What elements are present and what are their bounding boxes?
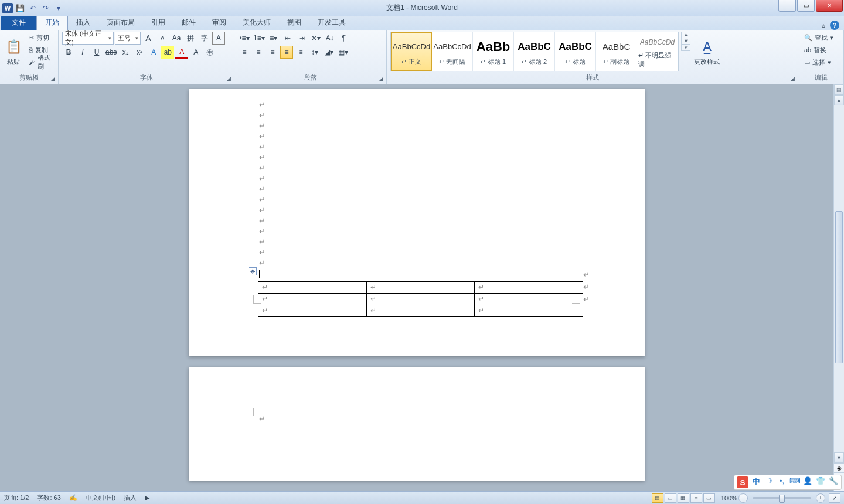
ime-lang-icon[interactable]: 中 bbox=[751, 476, 761, 488]
table-cell[interactable]: ↵ bbox=[475, 294, 583, 305]
char-border-button[interactable]: 字 bbox=[198, 32, 211, 45]
styles-launcher-icon[interactable]: ◢ bbox=[788, 74, 797, 83]
help-icon[interactable]: ? bbox=[830, 21, 839, 30]
minimize-button[interactable]: — bbox=[778, 0, 796, 12]
maximize-button[interactable]: ▭ bbox=[797, 0, 815, 12]
justify-button[interactable]: ≡ bbox=[280, 46, 293, 59]
paragraph-launcher-icon[interactable]: ◢ bbox=[377, 74, 385, 83]
highlight-button[interactable]: ab bbox=[161, 46, 174, 59]
tab-home[interactable]: 开始 bbox=[36, 15, 68, 30]
save-icon[interactable]: 💾 bbox=[14, 2, 26, 14]
table-cell[interactable]: ↵ bbox=[258, 294, 367, 305]
style-scroll-more-icon[interactable]: ▾ bbox=[682, 45, 690, 51]
zoom-out-button[interactable]: − bbox=[738, 493, 748, 503]
close-button[interactable]: ✕ bbox=[816, 0, 843, 12]
style-item[interactable]: AaBb↵ 标题 1 bbox=[473, 32, 514, 71]
zoom-fit-icon[interactable]: ⤢ bbox=[829, 493, 840, 503]
ime-toolbar[interactable]: S 中 ☽ •, ⌨ 👤 👕 🔧 bbox=[734, 475, 842, 490]
table-cell[interactable]: ↵ bbox=[258, 305, 367, 317]
table-cell[interactable]: ↵ bbox=[366, 305, 475, 317]
style-item[interactable]: AaBbCcDd↵ 不明显强调 bbox=[637, 32, 678, 71]
insert-mode[interactable]: 插入 bbox=[124, 493, 137, 502]
sort-button[interactable]: A↓ bbox=[324, 32, 336, 45]
style-item[interactable]: AaBbC↵ 标题 bbox=[555, 32, 596, 71]
style-item[interactable]: AaBbCcDd↵ 无间隔 bbox=[432, 32, 473, 71]
style-item[interactable]: AaBbC↵ 标题 2 bbox=[514, 32, 555, 71]
tab-developer[interactable]: 开发工具 bbox=[309, 15, 354, 30]
clipboard-launcher-icon[interactable]: ◢ bbox=[49, 74, 57, 83]
outline-view-icon[interactable]: ≡ bbox=[690, 493, 702, 503]
align-left-button[interactable]: ≡ bbox=[238, 46, 251, 59]
decrease-indent-button[interactable]: ⇤ bbox=[281, 32, 294, 45]
style-item[interactable]: AaBbCcDd↵ 正文 bbox=[391, 32, 432, 71]
web-view-icon[interactable]: ▦ bbox=[678, 493, 689, 503]
table-move-handle-icon[interactable]: ✥ bbox=[249, 267, 257, 275]
bullets-button[interactable]: •≡▾ bbox=[238, 32, 251, 45]
font-launcher-icon[interactable]: ◢ bbox=[224, 74, 233, 83]
char-shading-button[interactable]: A bbox=[212, 32, 225, 45]
tab-beautify[interactable]: 美化大师 bbox=[234, 15, 279, 30]
ime-softkb-icon[interactable]: ⌨ bbox=[789, 476, 800, 488]
borders-button[interactable]: ▦▾ bbox=[336, 46, 349, 59]
scroll-track[interactable] bbox=[834, 105, 844, 452]
proofing-icon[interactable]: ✍ bbox=[69, 494, 77, 502]
strikethrough-button[interactable]: abc bbox=[104, 46, 118, 59]
superscript-button[interactable]: x² bbox=[133, 46, 146, 59]
minimize-ribbon-icon[interactable]: ▵ bbox=[822, 21, 825, 29]
tab-view[interactable]: 视图 bbox=[279, 15, 309, 30]
char-shade-button[interactable]: A bbox=[189, 46, 202, 59]
align-center-button[interactable]: ≡ bbox=[252, 46, 265, 59]
tab-review[interactable]: 审阅 bbox=[204, 15, 234, 30]
table-row[interactable]: ↵↵↵ bbox=[258, 294, 583, 305]
shading-button[interactable]: ◢▾ bbox=[322, 46, 335, 59]
word-app-icon[interactable]: W bbox=[2, 3, 13, 13]
change-styles-button[interactable]: A̲ 更改样式 bbox=[693, 32, 721, 71]
redo-icon[interactable]: ↷ bbox=[40, 2, 52, 14]
language-indicator[interactable]: 中文(中国) bbox=[86, 493, 115, 502]
page-indicator[interactable]: 页面: 1/2 bbox=[4, 493, 29, 502]
enclose-char-button[interactable]: ㊥ bbox=[203, 46, 216, 59]
select-button[interactable]: ▭选择▾ bbox=[802, 56, 836, 68]
shrink-font-button[interactable]: A bbox=[156, 32, 169, 45]
style-scroll-down-icon[interactable]: ▼ bbox=[682, 38, 690, 45]
numbering-button[interactable]: 1≡▾ bbox=[252, 32, 266, 45]
print-layout-view-icon[interactable]: ▤ bbox=[652, 493, 663, 503]
undo-icon[interactable]: ↶ bbox=[27, 2, 39, 14]
table-row[interactable]: ↵↵↵ bbox=[258, 282, 583, 294]
ruler-toggle-icon[interactable]: ▤ bbox=[834, 84, 844, 95]
multilevel-list-button[interactable]: ≡▾ bbox=[267, 32, 280, 45]
font-name-select[interactable]: 宋体 (中文正文) bbox=[62, 32, 114, 45]
table-cell[interactable]: ↵ bbox=[258, 282, 367, 294]
sogou-ime-icon[interactable]: S bbox=[737, 476, 748, 488]
ime-moon-icon[interactable]: ☽ bbox=[764, 476, 774, 488]
scroll-down-icon[interactable]: ▼ bbox=[834, 452, 844, 463]
document-table[interactable]: ↵↵↵↵↵↵↵↵↵ bbox=[258, 281, 583, 317]
tab-insert[interactable]: 插入 bbox=[68, 15, 98, 30]
zoom-value[interactable]: 100% bbox=[721, 495, 737, 502]
table-cell[interactable]: ↵ bbox=[475, 282, 583, 294]
find-button[interactable]: 🔍查找▾ bbox=[802, 32, 836, 43]
subscript-button[interactable]: x₂ bbox=[119, 46, 132, 59]
ime-punct-icon[interactable]: •, bbox=[777, 476, 787, 488]
word-count[interactable]: 字数: 63 bbox=[37, 493, 60, 502]
macro-record-icon[interactable]: ▶ bbox=[145, 494, 149, 502]
zoom-in-button[interactable]: + bbox=[816, 493, 825, 503]
font-size-select[interactable]: 五号 bbox=[115, 32, 141, 45]
italic-button[interactable]: I bbox=[76, 46, 89, 59]
paste-button[interactable]: 📋 粘贴 bbox=[4, 32, 24, 71]
text-effects-button[interactable]: A bbox=[147, 46, 160, 59]
document-page-1[interactable]: ↵↵↵↵↵↵↵↵↵↵↵↵↵↵↵↵ ✥ ↵↵↵↵↵↵↵↵↵ ↵ ↵ ↵ bbox=[189, 89, 645, 356]
style-scroll-up-icon[interactable]: ▲ bbox=[682, 32, 690, 38]
tab-mailings[interactable]: 邮件 bbox=[173, 15, 204, 30]
font-color-button[interactable]: A bbox=[175, 46, 188, 59]
scroll-thumb[interactable] bbox=[835, 211, 843, 363]
zoom-slider[interactable] bbox=[753, 497, 811, 499]
align-right-button[interactable]: ≡ bbox=[266, 46, 279, 59]
tab-file[interactable]: 文件 bbox=[1, 15, 36, 30]
table-cell[interactable]: ↵ bbox=[366, 294, 475, 305]
table-cell[interactable]: ↵ bbox=[475, 305, 583, 317]
ime-tool-icon[interactable]: 🔧 bbox=[828, 476, 839, 488]
tab-page-layout[interactable]: 页面布局 bbox=[98, 15, 143, 30]
fullscreen-view-icon[interactable]: ▭ bbox=[665, 493, 676, 503]
change-case-button[interactable]: Aa bbox=[170, 32, 183, 45]
